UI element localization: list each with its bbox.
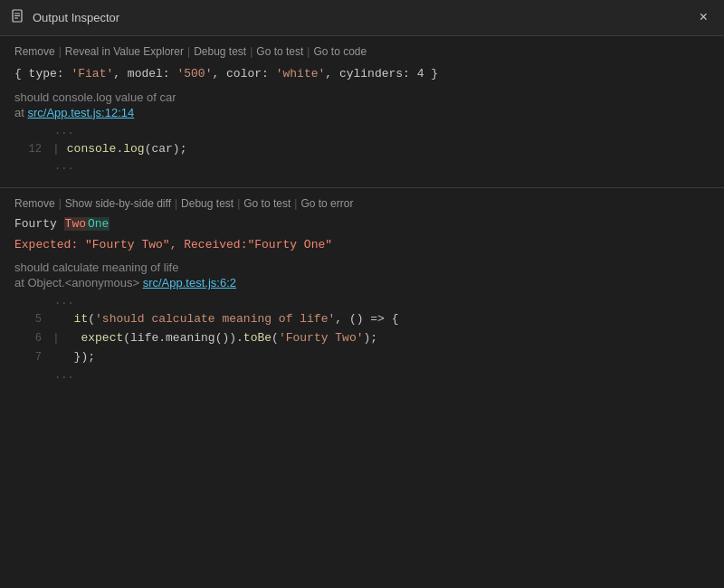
output-value-1: { type: 'Fiat', model: '500', color: 'wh… — [14, 65, 710, 83]
output-type: 'Fiat' — [71, 67, 113, 81]
action-reveal-1[interactable]: Reveal in Value Explorer — [65, 45, 184, 58]
desc-text-2: should calculate meaning of life — [14, 261, 710, 274]
code-line-12: 12 | console.log(car); — [14, 140, 710, 159]
sep: | — [59, 197, 62, 210]
code-line-7: 7 }); — [14, 348, 710, 367]
output-model: '500' — [176, 67, 212, 81]
diff-prefix: Fourty — [14, 217, 64, 231]
code-snippet-2: ... 5 it('should calculate meaning of li… — [14, 293, 710, 384]
output-mid3: , cylinders: — [325, 67, 416, 81]
sep: | — [294, 197, 297, 210]
panel-icon — [11, 9, 25, 27]
action-bar-2: Remove | Show side-by-side diff | Debug … — [14, 197, 710, 210]
action-remove-1[interactable]: Remove — [14, 45, 55, 58]
action-goto-code-1[interactable]: Go to code — [313, 45, 367, 58]
error-value-2: Expected: "Fourty Two", Received:"Fourty… — [14, 236, 710, 254]
sep: | — [59, 45, 62, 58]
code-dots-top-1: ... — [14, 123, 710, 140]
location-link-1[interactable]: src/App.test.js:12:14 — [27, 106, 134, 119]
action-debug-1[interactable]: Debug test — [194, 45, 246, 58]
desc-text-1: should console.log value of car — [14, 90, 710, 104]
sep: | — [187, 45, 190, 58]
location-prefix-1: at — [14, 106, 27, 119]
location-prefix-2: at Object.<anonymous> — [14, 276, 143, 289]
code-line-5: 5 it('should calculate meaning of life',… — [14, 310, 710, 329]
location-2: at Object.<anonymous> src/App.test.js:6:… — [14, 276, 710, 289]
output-suffix: } — [424, 67, 439, 81]
sep: | — [237, 197, 240, 210]
sep: | — [175, 197, 177, 210]
action-goto-error-2[interactable]: Go to error — [300, 197, 353, 210]
code-dots-bottom-2: ... — [14, 367, 710, 384]
title-bar: Output Inspector × — [0, 0, 724, 36]
output-cylinders: 4 — [417, 67, 424, 81]
code-snippet-1: ... 12 | console.log(car); ... — [14, 123, 710, 176]
output-mid2: , color: — [212, 67, 275, 81]
sep: | — [307, 45, 310, 58]
action-diff-2[interactable]: Show side-by-side diff — [65, 197, 171, 210]
code-line-6: 6 | expect(life.meaning()).toBe('Fourty … — [14, 329, 710, 348]
action-goto-test-1[interactable]: Go to test — [256, 45, 303, 58]
diff-deleted: Two — [64, 217, 87, 231]
code-dots-top-2: ... — [14, 293, 710, 310]
output-color: 'white' — [276, 67, 326, 81]
close-button[interactable]: × — [693, 8, 713, 28]
panel-title: Output Inspector — [33, 11, 693, 24]
action-debug-2[interactable]: Debug test — [181, 197, 233, 210]
diff-line-2: Fourty TwoOne — [14, 217, 710, 231]
code-dots-bottom-1: ... — [14, 158, 710, 175]
action-bar-1: Remove | Reveal in Value Explorer | Debu… — [14, 45, 710, 58]
output-inspector-content: Remove | Reveal in Value Explorer | Debu… — [0, 36, 724, 588]
action-remove-2[interactable]: Remove — [14, 197, 55, 210]
output-mid1: , model: — [113, 67, 176, 81]
location-1: at src/App.test.js:12:14 — [14, 106, 710, 119]
sep: | — [250, 45, 252, 58]
output-prefix: { type: — [14, 67, 71, 81]
output-section-1: Remove | Reveal in Value Explorer | Debu… — [0, 36, 724, 188]
output-section-2: Remove | Show side-by-side diff | Debug … — [0, 188, 724, 395]
location-link-2[interactable]: src/App.test.js:6:2 — [143, 276, 236, 289]
diff-inserted: One — [87, 217, 110, 231]
action-goto-test-2[interactable]: Go to test — [243, 197, 291, 210]
